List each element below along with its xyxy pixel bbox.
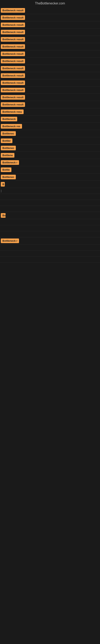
list-item: Bottleneck res	[0, 123, 100, 130]
list-item: Bottleneck resu	[0, 108, 100, 116]
bottleneck-badge[interactable]: Bottleneck result	[1, 22, 25, 27]
list-item: Bottleneck result	[0, 7, 100, 14]
list-item: Bottlenec	[0, 144, 100, 152]
bottleneck-badge[interactable]: Bottleneck result	[1, 80, 25, 85]
list-item: Bottleneck result	[0, 28, 100, 36]
list-item: Bottleneck result	[0, 21, 100, 28]
list-item: Bottleneck r	[0, 237, 100, 244]
bottleneck-badge[interactable]: Bottleneck result	[1, 73, 25, 78]
bottleneck-badge[interactable]: Bottleneck res	[1, 124, 22, 128]
bottleneck-badge[interactable]: Bottle	[1, 168, 11, 172]
list-item: Bo	[0, 212, 100, 219]
list-item: Bottler	[0, 137, 100, 144]
bottleneck-badge[interactable]: Bottleneck r	[1, 238, 19, 243]
list-item	[0, 225, 100, 231]
list-item: Bottleneck result	[0, 101, 100, 108]
bottleneck-badge[interactable]: Bottleneck resu	[1, 110, 24, 114]
bottleneck-badge[interactable]: Bottleneck result	[1, 66, 25, 71]
bottleneck-badge[interactable]: Bottleneck result	[1, 37, 25, 42]
bottleneck-badge[interactable]: Bottlene	[1, 153, 14, 158]
list-item: Bottleneck r	[0, 159, 100, 166]
list-item	[0, 256, 100, 263]
bottleneck-badge[interactable]: Bottler	[1, 138, 12, 143]
bottleneck-badge[interactable]: Bottlenec	[1, 175, 16, 179]
bottleneck-badge[interactable]: B	[1, 182, 5, 186]
list-item: Bottlene	[0, 152, 100, 159]
bottleneck-badge[interactable]: Bottleneck result	[1, 52, 25, 56]
bottleneck-badge[interactable]: Bottleneck r	[1, 160, 19, 165]
site-title-text: TheBottlenecker.com	[35, 2, 65, 5]
list-item: |	[0, 188, 100, 194]
list-item: Bottleneck result	[0, 43, 100, 50]
bottleneck-badge[interactable]: Bottleneck result	[1, 15, 25, 20]
list-item: B	[0, 181, 100, 188]
list-item	[0, 200, 100, 206]
list-item	[0, 250, 100, 256]
list-item: Bottleneck result	[0, 86, 100, 94]
list-item: Bottleneck result	[0, 14, 100, 21]
list-item	[0, 194, 100, 200]
bottleneck-badge[interactable]: Bottleneck result	[1, 30, 25, 34]
list-item: Bottlenec	[0, 174, 100, 181]
bottleneck-badge[interactable]: Bottleneck	[1, 117, 17, 121]
list-item: Bottleneck result	[0, 79, 100, 86]
site-title: TheBottlenecker.com	[0, 0, 100, 6]
list-item	[0, 206, 100, 212]
bottleneck-badge[interactable]: Bo	[1, 213, 6, 218]
list-item: Bottlenec	[0, 130, 100, 137]
list-item: Bottleneck	[0, 116, 100, 123]
list-item	[0, 244, 100, 250]
list-item: Bottleneck result	[0, 36, 100, 43]
list-item: Bottleneck result	[0, 65, 100, 72]
list-item: Bottleneck result	[0, 58, 100, 65]
bottleneck-badge[interactable]: Bottleneck result	[1, 59, 25, 64]
list-item: Bottleneck result	[0, 50, 100, 58]
bottleneck-badge[interactable]: Bottlenec	[1, 131, 16, 136]
separator-bar: |	[1, 189, 1, 192]
bottleneck-badge[interactable]: Bottleneck result	[1, 8, 25, 13]
bottleneck-badge[interactable]: Bottleneck result	[1, 102, 25, 107]
list-item	[0, 219, 100, 225]
bottleneck-badge[interactable]: Bottlenec	[1, 146, 16, 150]
bottleneck-badge[interactable]: Bottleneck result	[1, 44, 25, 49]
list-item: Bottleneck result	[0, 94, 100, 101]
list-item	[0, 231, 100, 237]
items-container: Bottleneck resultBottleneck resultBottle…	[0, 6, 100, 263]
bottleneck-badge[interactable]: Bottleneck result	[1, 88, 25, 92]
list-item: Bottle	[0, 166, 100, 174]
bottleneck-badge[interactable]: Bottleneck result	[1, 95, 25, 100]
list-item: Bottleneck result	[0, 72, 100, 79]
